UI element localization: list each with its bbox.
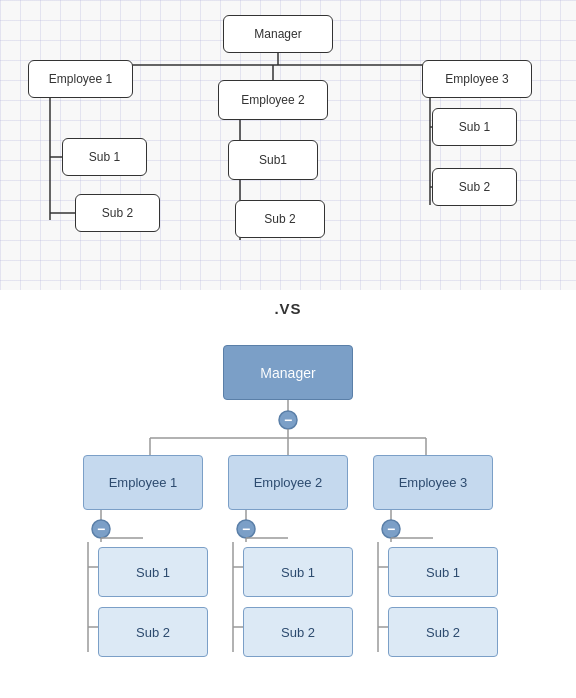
bottom-employee3-label: Employee 3 xyxy=(399,475,468,490)
top-e2sub1-box: Sub1 xyxy=(228,140,318,180)
bottom-e1-sub1-label: Sub 1 xyxy=(136,565,170,580)
bottom-e2-sub2-box: Sub 2 xyxy=(243,607,353,657)
bottom-manager-label: Manager xyxy=(260,365,315,381)
employee3-col: Employee 3 − xyxy=(368,455,498,657)
bottom-section: Manager − xyxy=(0,325,576,698)
employees-row: Employee 1 − xyxy=(78,455,498,657)
e2-sub-connector: − xyxy=(228,510,348,542)
top-e3sub1-box: Sub 1 xyxy=(432,108,517,146)
e2-sub-vline xyxy=(223,542,243,652)
svg-text:−: − xyxy=(387,521,395,537)
vs-label: .VS xyxy=(0,290,576,325)
e3-sub-connector: − xyxy=(373,510,493,542)
bottom-e3-sub1-label: Sub 1 xyxy=(426,565,460,580)
e1-sub-vline xyxy=(78,542,98,652)
top-employee3-box: Employee 3 xyxy=(422,60,532,98)
svg-text:−: − xyxy=(242,521,250,537)
bottom-employee1-box: Employee 1 xyxy=(83,455,203,510)
bottom-diagram: Manager − xyxy=(0,325,576,657)
top-e3sub2-box: Sub 2 xyxy=(432,168,517,206)
employee2-col: Employee 2 − xyxy=(223,455,353,657)
bottom-e3-sub2-box: Sub 2 xyxy=(388,607,498,657)
e3-sub-vline xyxy=(368,542,388,652)
top-e1sub2-box: Sub 2 xyxy=(75,194,160,232)
bottom-employee1-label: Employee 1 xyxy=(109,475,178,490)
employee1-col: Employee 1 − xyxy=(78,455,208,657)
bottom-e1-sub2-box: Sub 2 xyxy=(98,607,208,657)
svg-text:−: − xyxy=(97,521,105,537)
bottom-e3-sub2-label: Sub 2 xyxy=(426,625,460,640)
e1-sub-connector: − xyxy=(83,510,203,542)
bottom-employee3-box: Employee 3 xyxy=(373,455,493,510)
bottom-employee2-box: Employee 2 xyxy=(228,455,348,510)
bottom-e2-sub1-label: Sub 1 xyxy=(281,565,315,580)
bottom-e1-sub1-box: Sub 1 xyxy=(98,547,208,597)
bottom-e3-sub1-box: Sub 1 xyxy=(388,547,498,597)
top-e2sub2-box: Sub 2 xyxy=(235,200,325,238)
bottom-e2-sub2-label: Sub 2 xyxy=(281,625,315,640)
top-diagram: Manager Employee 1 Employee 2 Employee 3… xyxy=(0,0,576,290)
bottom-top-connectors: − xyxy=(88,400,488,455)
top-e1sub1-box: Sub 1 xyxy=(62,138,147,176)
bottom-e2-sub1-box: Sub 1 xyxy=(243,547,353,597)
bottom-employee2-label: Employee 2 xyxy=(254,475,323,490)
top-employee2-box: Employee 2 xyxy=(218,80,328,120)
top-manager-box: Manager xyxy=(223,15,333,53)
bottom-e1-sub2-label: Sub 2 xyxy=(136,625,170,640)
top-employee1-box: Employee 1 xyxy=(28,60,133,98)
svg-text:−: − xyxy=(284,412,292,428)
bottom-manager-box: Manager xyxy=(223,345,353,400)
